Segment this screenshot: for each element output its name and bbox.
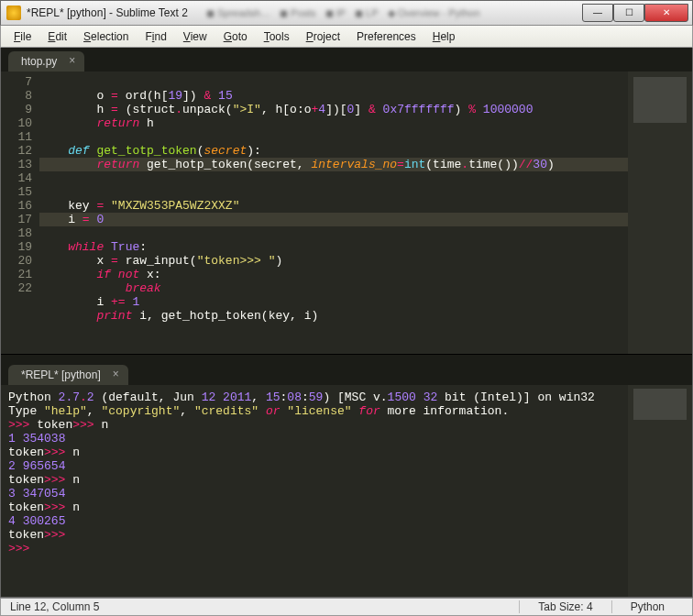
- taskbar-shadow: ◼ Spreadsh…◼ Posts◼ IP◼ LP◆ Overview - P…: [188, 7, 582, 19]
- tab-label: *REPL* [python]: [21, 368, 101, 381]
- status-position: Line 12, Column 5: [10, 600, 99, 613]
- minimap-repl[interactable]: [628, 385, 692, 597]
- tab-repl[interactable]: *REPL* [python] ×: [8, 365, 128, 385]
- window-title: *REPL* [python] - Sublime Text 2: [27, 6, 188, 19]
- menu-help[interactable]: Help: [425, 28, 463, 45]
- menu-goto[interactable]: Goto: [216, 28, 255, 45]
- menubar: File Edit Selection Find View Goto Tools…: [0, 26, 693, 48]
- workspace: htop.py × 789 101112 131415 161718 19202…: [0, 48, 693, 598]
- repl-pane: *REPL* [python] × Python 2.7.2 (default,…: [1, 358, 692, 597]
- menu-view[interactable]: View: [176, 28, 214, 45]
- tabbar-top: htop.py ×: [1, 48, 692, 72]
- menu-selection[interactable]: Selection: [76, 28, 136, 45]
- tab-htop[interactable]: htop.py ×: [8, 51, 84, 72]
- window-buttons: — ☐ ✕: [582, 5, 688, 22]
- menu-file[interactable]: File: [6, 28, 38, 45]
- minimize-button[interactable]: —: [582, 4, 613, 22]
- editor-body[interactable]: 789 101112 131415 161718 192021 22 o = o…: [1, 72, 692, 354]
- status-language[interactable]: Python: [611, 600, 683, 613]
- menu-preferences[interactable]: Preferences: [349, 28, 424, 45]
- tab-close-icon[interactable]: ×: [69, 55, 75, 66]
- close-button[interactable]: ✕: [644, 4, 688, 22]
- editor-pane: htop.py × 789 101112 131415 161718 19202…: [1, 48, 692, 355]
- tab-close-icon[interactable]: ×: [113, 368, 119, 380]
- menu-project[interactable]: Project: [299, 28, 347, 45]
- menu-tools[interactable]: Tools: [257, 28, 297, 45]
- app-icon: [6, 6, 21, 20]
- tab-label: htop.py: [21, 55, 57, 68]
- code-area[interactable]: o = ord(h[19]) & 15 h = (struct.unpack("…: [39, 72, 692, 354]
- statusbar: Line 12, Column 5 Tab Size: 4 Python: [0, 598, 693, 616]
- titlebar: *REPL* [python] - Sublime Text 2 ◼ Sprea…: [0, 0, 693, 26]
- status-tabsize[interactable]: Tab Size: 4: [519, 600, 610, 613]
- gutter: 789 101112 131415 161718 192021 22: [1, 72, 39, 354]
- minimap[interactable]: [628, 72, 692, 354]
- menu-edit[interactable]: Edit: [40, 28, 74, 45]
- repl-body[interactable]: Python 2.7.2 (default, Jun 12 2011, 15:0…: [1, 385, 692, 597]
- maximize-button[interactable]: ☐: [613, 4, 644, 22]
- menu-find[interactable]: Find: [138, 28, 173, 45]
- tabbar-bottom: *REPL* [python] ×: [1, 361, 692, 385]
